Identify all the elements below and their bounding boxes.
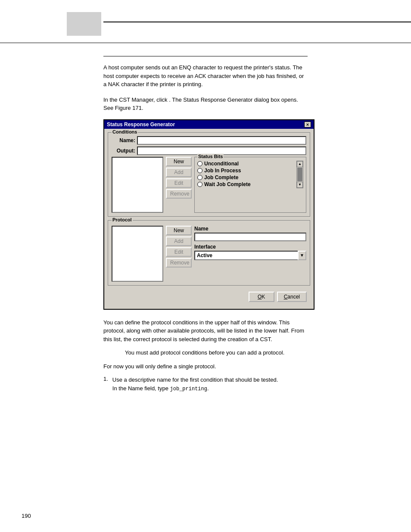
radio-job-in-process-circle	[197, 168, 202, 173]
ok-button[interactable]: OK	[249, 292, 274, 302]
conditions-new-button[interactable]: New	[166, 157, 192, 166]
scrollbar-down-btn[interactable]: ▼	[297, 182, 303, 188]
dialog-footer: OK Cancel	[108, 289, 310, 305]
body-paragraph2: For now you will only define a single pr…	[103, 362, 308, 371]
interface-section: Interface Active ▼	[194, 244, 306, 260]
protocol-layout: New Add Edit Remove Name Interface	[112, 226, 306, 282]
protocol-panel: Protocol New Add Edit Remove Name	[108, 220, 310, 286]
radio-wait-job-complete-label: Wait Job Complete	[204, 181, 251, 187]
protocol-right: Name Interface Active ▼	[194, 226, 306, 282]
step-1-code: job_printing	[170, 386, 207, 392]
intro-paragraph2: In the CST Manager, click . The Status R…	[103, 96, 308, 112]
body-note: You must add protocol conditions before …	[103, 348, 308, 357]
conditions-top-right: Name: Output:	[112, 136, 306, 155]
cancel-button[interactable]: Cancel	[277, 292, 307, 302]
name-input[interactable]	[137, 136, 306, 145]
interface-dropdown-arrow[interactable]: ▼	[298, 251, 306, 260]
radio-job-in-process[interactable]: Job In Process	[197, 168, 296, 174]
protocol-add-button[interactable]: Add	[166, 236, 192, 246]
interface-dropdown-row: Active ▼	[194, 251, 306, 260]
page-content: A host computer sends out an ENQ charact…	[0, 43, 411, 411]
radio-unconditional[interactable]: Unconditional	[197, 161, 296, 167]
conditions-buttons: New Add Edit Remove	[166, 157, 192, 213]
step-1-number: 1.	[103, 376, 108, 393]
page-number: 190	[22, 513, 31, 519]
radio-unconditional-label: Unconditional	[204, 161, 239, 167]
protocol-remove-button[interactable]: Remove	[166, 258, 192, 268]
page-header	[0, 0, 411, 43]
conditions-remove-button[interactable]: Remove	[166, 189, 192, 199]
protocol-name-input[interactable]	[194, 233, 306, 241]
protocol-label: Protocol	[112, 217, 133, 222]
content-separator	[103, 56, 308, 56]
scrollbar-up-btn[interactable]: ▲	[297, 161, 303, 167]
step-1-detail: In the Name field, type	[112, 385, 170, 392]
radio-job-complete[interactable]: Job Complete	[197, 174, 296, 180]
name-field-row: Name:	[112, 136, 306, 145]
conditions-panel: Conditions Name: Output:	[108, 132, 310, 217]
status-bits-scrollbar[interactable]: ▲ ▼	[296, 161, 303, 188]
radio-unconditional-circle	[197, 161, 202, 166]
conditions-add-button[interactable]: Add	[166, 168, 192, 177]
step-1-intro: Use a descriptive name for the first con…	[112, 376, 278, 383]
header-line	[103, 22, 411, 22]
dialog-titlebar: Status Response Generator ×	[104, 120, 314, 129]
protocol-edit-button[interactable]: Edit	[166, 247, 192, 257]
status-bits-panel: Status Bits Unconditional Job	[194, 157, 306, 213]
output-label: Output:	[112, 148, 135, 154]
conditions-edit-button[interactable]: Edit	[166, 178, 192, 188]
name-label: Name:	[112, 137, 135, 143]
conditions-label: Conditions	[112, 129, 138, 134]
radio-wait-job-complete-circle	[197, 182, 202, 187]
status-bits-label: Status Bits	[197, 154, 224, 159]
conditions-list[interactable]	[112, 157, 163, 213]
interface-label: Interface	[194, 244, 306, 250]
page-tab	[67, 12, 101, 36]
dialog-body: Conditions Name: Output:	[104, 129, 314, 309]
protocol-new-button[interactable]: New	[166, 226, 192, 235]
intro-paragraph1: A host computer sends out an ENQ charact…	[103, 63, 308, 89]
protocol-name-label: Name	[194, 226, 306, 232]
status-response-generator-dialog: Status Response Generator × Conditions N…	[103, 119, 314, 310]
conditions-middle: New Add Edit Remove Status Bits	[112, 157, 306, 213]
radio-job-complete-label: Job Complete	[204, 174, 238, 180]
protocol-buttons: New Add Edit Remove	[166, 226, 192, 282]
protocol-name-section: Name	[194, 226, 306, 241]
radio-job-complete-circle	[197, 175, 202, 180]
body-paragraph1: You can define the protocol conditions i…	[103, 318, 308, 344]
status-bits-content: Unconditional Job In Process Job Complet…	[197, 161, 303, 188]
step-1: 1. Use a descriptive name for the first …	[103, 376, 308, 393]
step-1-text: Use a descriptive name for the first con…	[112, 376, 278, 393]
status-bits-list: Unconditional Job In Process Job Complet…	[197, 161, 296, 188]
dialog-title: Status Response Generator	[107, 121, 175, 128]
interface-dropdown-value[interactable]: Active	[194, 251, 298, 260]
dialog-close-button[interactable]: ×	[304, 121, 311, 128]
scrollbar-track	[297, 168, 302, 181]
radio-wait-job-complete[interactable]: Wait Job Complete	[197, 181, 296, 187]
radio-job-in-process-label: Job In Process	[204, 168, 241, 174]
status-bits-area: Status Bits Unconditional Job	[194, 157, 306, 213]
protocol-list[interactable]	[112, 226, 163, 282]
step-1-end: .	[207, 385, 209, 392]
